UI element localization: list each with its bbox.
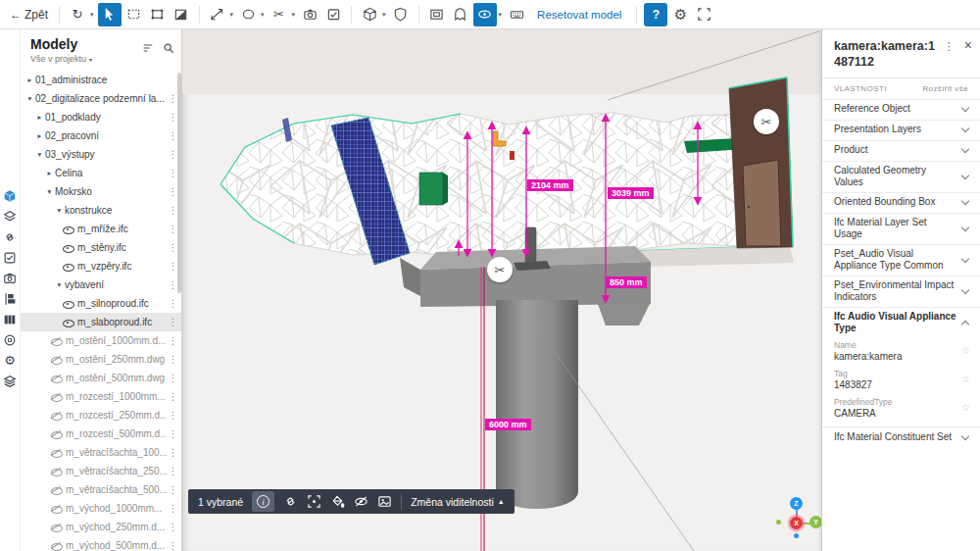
- layers-nav-icon[interactable]: [3, 209, 18, 224]
- protect-button[interactable]: [390, 4, 412, 25]
- hidden-eye-icon[interactable]: [50, 465, 63, 477]
- property-section[interactable]: Pset_Environmental Impact Indicators: [822, 276, 980, 307]
- visible-eye-icon[interactable]: [62, 223, 74, 235]
- axis-x-ball[interactable]: X: [790, 517, 803, 529]
- property-section[interactable]: Pset_Audio Visual Appliance Type Common: [822, 244, 980, 276]
- tree-item[interactable]: m_rozcestí_500mm.d...⋮: [21, 425, 181, 443]
- tree-item[interactable]: ▾02_digitalizace podzemní la...⋮: [21, 89, 181, 108]
- item-menu-icon[interactable]: ⋮: [167, 373, 179, 383]
- tree-item[interactable]: m_silnoproud.ifc⋮: [21, 294, 181, 313]
- hidden-eye-icon[interactable]: [50, 390, 63, 403]
- item-menu-icon[interactable]: ⋮: [167, 503, 179, 514]
- item-menu-icon[interactable]: ⋮: [167, 391, 179, 402]
- screenshot-button[interactable]: [377, 494, 392, 509]
- expand-icon[interactable]: ▸: [34, 131, 45, 140]
- visibility-change-button[interactable]: Změna viditelnosti▲: [411, 496, 505, 508]
- link-nav-icon[interactable]: [3, 229, 18, 244]
- close-icon[interactable]: ×: [964, 38, 972, 52]
- item-menu-icon[interactable]: ⋮: [167, 466, 179, 476]
- zoom-to-button[interactable]: [307, 494, 321, 509]
- link-button[interactable]: [283, 494, 298, 509]
- hidden-eye-icon[interactable]: [50, 427, 63, 440]
- transform-select-button[interactable]: [147, 4, 169, 25]
- hidden-eye-icon[interactable]: [50, 334, 63, 347]
- shortcut-keys-button[interactable]: [506, 4, 527, 25]
- tree-item[interactable]: m_ostění_500mm.dwg⋮: [21, 369, 181, 387]
- item-menu-icon[interactable]: ⋮: [167, 428, 179, 439]
- select-tool-button[interactable]: [98, 3, 122, 26]
- collapse-icon[interactable]: ▾: [54, 280, 65, 289]
- tree-item[interactable]: m_větracíšachta_500...⋮: [21, 480, 181, 499]
- expand-icon[interactable]: ▸: [44, 169, 55, 177]
- panel-menu-icon[interactable]: ⋮: [944, 40, 955, 53]
- hide-button[interactable]: [354, 494, 368, 509]
- box-mode-dropdown-icon[interactable]: ▾: [382, 11, 386, 19]
- lasso-dropdown-icon[interactable]: ▾: [261, 11, 265, 19]
- tree-item[interactable]: ▸01_administrace: [21, 71, 181, 89]
- item-menu-icon[interactable]: ⋮: [167, 522, 179, 532]
- collapse-icon[interactable]: ▾: [34, 150, 45, 159]
- item-menu-icon[interactable]: ⋮: [167, 540, 179, 551]
- expand-icon[interactable]: ▸: [24, 75, 35, 84]
- measure-tool-button[interactable]: [207, 4, 228, 25]
- search-icon[interactable]: [163, 40, 174, 58]
- tree-item[interactable]: m_ostění_1000mm.d...⋮: [21, 331, 181, 350]
- tree-item[interactable]: m_větracíšachta_250...⋮: [21, 462, 181, 480]
- tree-item[interactable]: m_východ_250mm.d...⋮: [21, 518, 181, 536]
- hidden-eye-icon[interactable]: [50, 483, 63, 496]
- settings-nav-icon[interactable]: ⚙: [3, 353, 18, 368]
- tree-item-selected[interactable]: m_slaboproud.ifc⋮: [21, 313, 181, 331]
- item-menu-icon[interactable]: ⋮: [167, 317, 179, 327]
- collapse-icon[interactable]: ▾: [44, 187, 55, 196]
- snapshot-button[interactable]: [299, 4, 320, 25]
- fullscreen-button[interactable]: [693, 4, 714, 25]
- tree-item[interactable]: ▾vybavení⋮: [21, 276, 181, 294]
- frame-view-button[interactable]: [426, 4, 448, 25]
- item-menu-icon[interactable]: ⋮: [167, 447, 179, 458]
- tree-item[interactable]: ▸01_podklady⋮: [21, 108, 181, 126]
- item-menu-icon[interactable]: ⋮: [167, 354, 179, 365]
- axis-neg-z-dot[interactable]: [794, 533, 799, 538]
- expand-icon[interactable]: ▸: [34, 113, 45, 122]
- item-menu-icon[interactable]: ⋮: [167, 410, 179, 421]
- markup-button[interactable]: [322, 4, 344, 25]
- settings-button[interactable]: ⚙: [669, 4, 691, 25]
- undo-back-button[interactable]: ← Zpět: [6, 8, 52, 22]
- item-menu-icon[interactable]: ⋮: [167, 298, 179, 309]
- viewport-3d[interactable]: 2104 mm 3039 mm 850 mm 6000 mm ✂ ✂ Z X Y: [182, 29, 821, 551]
- tree-item[interactable]: ▸02_pracovní⋮: [21, 126, 181, 145]
- reset-model-link[interactable]: Resetovat model: [537, 9, 621, 21]
- clip-tool-button[interactable]: ✂: [269, 4, 290, 25]
- models-nav-icon[interactable]: [3, 188, 18, 203]
- organizer-nav-icon[interactable]: [3, 312, 18, 326]
- clash-nav-icon[interactable]: [3, 332, 18, 347]
- item-menu-icon[interactable]: ⋮: [167, 484, 179, 495]
- item-menu-icon[interactable]: ⋮: [167, 335, 179, 346]
- visible-eye-icon[interactable]: [62, 241, 74, 254]
- hidden-eye-icon[interactable]: [50, 502, 63, 515]
- sidebar-scrollbar[interactable]: [177, 73, 181, 293]
- ghost-mode-button[interactable]: [450, 4, 471, 25]
- hidden-eye-icon[interactable]: [50, 521, 63, 533]
- views-nav-icon[interactable]: [3, 271, 18, 285]
- property-section[interactable]: Reference Object: [822, 99, 980, 120]
- hidden-eye-icon[interactable]: [50, 353, 63, 366]
- axis-neg-y-dot[interactable]: [776, 520, 781, 525]
- tree-item[interactable]: m_východ_1000mm...⋮: [21, 499, 181, 518]
- property-section[interactable]: Product: [822, 140, 980, 161]
- visible-eye-icon[interactable]: [62, 316, 74, 328]
- tree-item[interactable]: m_stěny.ifc⋮: [21, 238, 181, 257]
- property-section[interactable]: Calculated Geometry Values: [822, 161, 980, 192]
- property-section-expanded[interactable]: Ifc Audio Visual Appliance Type: [822, 307, 980, 338]
- visible-eye-icon[interactable]: [62, 297, 74, 310]
- favorite-icon[interactable]: ☆: [961, 345, 970, 356]
- tree-item[interactable]: ▸Čelina⋮: [21, 164, 181, 182]
- lasso-tool-button[interactable]: [237, 4, 259, 25]
- hidden-eye-icon[interactable]: [50, 372, 63, 384]
- todo-nav-icon[interactable]: [3, 250, 18, 265]
- property-section[interactable]: Oriented Bounding Box: [822, 192, 980, 213]
- rotate-tool-button[interactable]: ↻: [67, 4, 88, 25]
- dimension-nav-icon[interactable]: [3, 291, 18, 306]
- visibility-dropdown-icon[interactable]: ▾: [499, 11, 503, 19]
- clip-plane-handle[interactable]: ✂: [487, 257, 513, 282]
